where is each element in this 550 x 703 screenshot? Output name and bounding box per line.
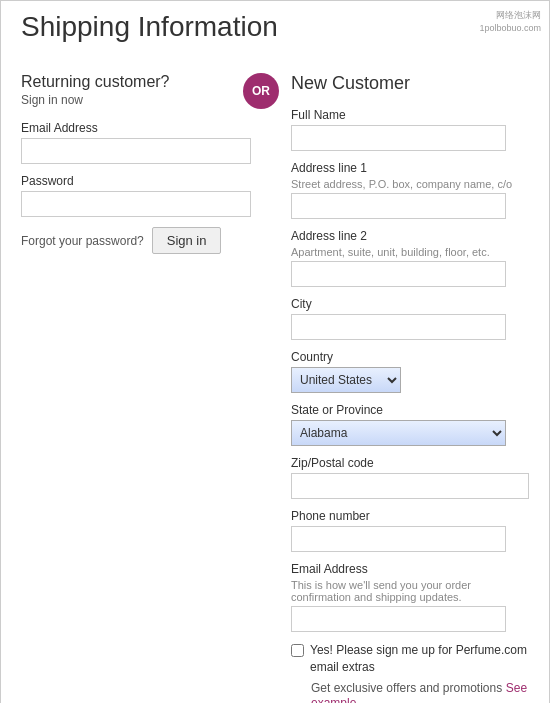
state-label: State or Province: [291, 403, 529, 417]
or-circle: OR: [243, 73, 279, 109]
extras-sublabel-row: Get exclusive offers and promotions See …: [311, 680, 529, 703]
zip-input[interactable]: [291, 473, 529, 499]
extras-sublabel: Get exclusive offers and promotions: [311, 681, 502, 695]
addr2-sublabel: Apartment, suite, unit, building, floor,…: [291, 246, 529, 258]
password-label: Password: [21, 174, 251, 188]
country-label: Country: [291, 350, 529, 364]
phone-label: Phone number: [291, 509, 529, 523]
password-field-group: Password: [21, 174, 251, 217]
page-wrapper: 网络泡沫网 1polbobuo.com Shipping Information…: [0, 0, 550, 703]
fullname-label: Full Name: [291, 108, 529, 122]
country-field-group: Country United States: [291, 350, 529, 393]
sign-in-now-text: Sign in now: [21, 93, 251, 107]
email-extras-row: Yes! Please sign me up for Perfume.com e…: [291, 642, 529, 676]
addr2-label: Address line 2: [291, 229, 529, 243]
email-extras-label: Yes! Please sign me up for Perfume.com e…: [310, 642, 529, 676]
phone-field-group: Phone number: [291, 509, 529, 552]
page-title: Shipping Information: [21, 11, 529, 53]
new-email-field-group: Email Address This is how we'll send you…: [291, 562, 529, 632]
returning-email-input[interactable]: [21, 138, 251, 164]
addr1-input[interactable]: [291, 193, 506, 219]
main-columns: Returning customer? Sign in now Email Ad…: [21, 73, 529, 703]
email-field-group: Email Address: [21, 121, 251, 164]
addr1-label: Address line 1: [291, 161, 529, 175]
state-select[interactable]: Alabama Alaska Arizona Arkansas Californ…: [291, 420, 506, 446]
country-select[interactable]: United States: [291, 367, 401, 393]
addr1-sublabel: Street address, P.O. box, company name, …: [291, 178, 529, 190]
sign-in-button[interactable]: Sign in: [152, 227, 222, 254]
watermark: 网络泡沫网 1polbobuo.com: [479, 9, 541, 34]
addr2-field-group: Address line 2 Apartment, suite, unit, b…: [291, 229, 529, 287]
email-label: Email Address: [21, 121, 251, 135]
city-field-group: City: [291, 297, 529, 340]
fullname-field-group: Full Name: [291, 108, 529, 151]
password-input[interactable]: [21, 191, 251, 217]
phone-input[interactable]: [291, 526, 506, 552]
new-customer-section: New Customer Full Name Address line 1 St…: [271, 73, 529, 703]
new-customer-title: New Customer: [291, 73, 529, 94]
state-field-group: State or Province Alabama Alaska Arizona…: [291, 403, 529, 446]
returning-title: Returning customer?: [21, 73, 251, 91]
new-email-input[interactable]: [291, 606, 506, 632]
addr2-input[interactable]: [291, 261, 506, 287]
fullname-input[interactable]: [291, 125, 506, 151]
city-label: City: [291, 297, 529, 311]
city-input[interactable]: [291, 314, 506, 340]
addr1-field-group: Address line 1 Street address, P.O. box,…: [291, 161, 529, 219]
email-extras-checkbox[interactable]: [291, 644, 304, 657]
forgot-password-link[interactable]: Forgot your password?: [21, 234, 144, 248]
returning-customer-section: Returning customer? Sign in now Email Ad…: [21, 73, 251, 254]
zip-field-group: Zip/Postal code: [291, 456, 529, 499]
email-sublabel: This is how we'll send you your order co…: [291, 579, 529, 603]
new-email-label: Email Address: [291, 562, 529, 576]
zip-label: Zip/Postal code: [291, 456, 529, 470]
forgot-row: Forgot your password? Sign in: [21, 227, 251, 254]
